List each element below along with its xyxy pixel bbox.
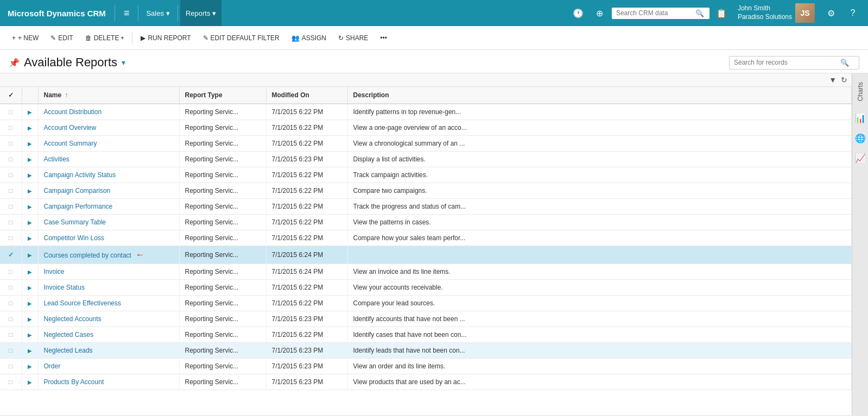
row-check-cell[interactable]: □ [0,167,22,183]
row-check-cell[interactable]: □ [0,136,22,152]
row-checkbox[interactable]: □ [9,155,12,163]
help-icon-btn[interactable]: ? [843,3,863,23]
col-name[interactable]: Name ↑ [38,87,179,104]
expand-icon[interactable]: ▶ [28,172,32,178]
row-check-cell[interactable]: □ [0,120,22,136]
row-name-link[interactable]: Order [44,362,61,370]
row-expand-cell[interactable]: ▶ [22,230,38,246]
charts-label[interactable]: Charts [857,78,864,105]
row-check-cell[interactable]: □ [0,215,22,230]
row-expand-cell[interactable]: ▶ [22,311,38,327]
row-check-cell[interactable]: □ [0,311,22,327]
search-records-input[interactable] [734,59,837,66]
row-name-link[interactable]: Neglected Cases [44,331,93,338]
select-all-checkbox[interactable]: ✓ [8,91,14,99]
globe-icon[interactable]: 🌐 [853,131,868,146]
row-name-link[interactable]: Account Distribution [44,108,102,116]
row-expand-cell[interactable]: ▶ [22,246,38,264]
page-title-dropdown-icon[interactable]: ▾ [122,58,125,67]
row-expand-cell[interactable]: ▶ [22,374,38,390]
row-expand-cell[interactable]: ▶ [22,296,38,311]
row-checkbox[interactable]: □ [9,362,12,370]
expand-icon[interactable]: ▶ [28,141,32,147]
col-modified-on[interactable]: Modified On [266,87,347,104]
top-search-input[interactable] [616,9,692,17]
row-name-link[interactable]: Account Summary [44,140,97,147]
hamburger-menu[interactable]: ≡ [117,8,136,19]
filter-icon[interactable]: ▼ [829,76,837,84]
dashboard-icon-btn[interactable]: 📋 [712,3,731,23]
nav-sales[interactable]: Sales ▾ [141,0,175,26]
row-name-link[interactable]: Case Summary Table [44,218,106,226]
row-check-cell[interactable]: □ [0,230,22,246]
row-expand-cell[interactable]: ▶ [22,280,38,296]
line-chart-icon[interactable]: 📈 [853,151,868,166]
row-expand-cell[interactable]: ▶ [22,199,38,215]
assign-button[interactable]: 👥 ASSIGN [286,31,332,45]
row-name-link[interactable]: Invoice Status [44,284,85,291]
row-checkbox[interactable]: □ [9,234,12,242]
expand-icon[interactable]: ▶ [28,285,32,291]
expand-icon[interactable]: ▶ [28,204,32,210]
expand-icon[interactable]: ▶ [28,332,32,338]
run-report-button[interactable]: ▶ RUN REPORT [135,31,196,45]
row-check-cell[interactable]: □ [0,296,22,311]
edit-filter-button[interactable]: ✎ EDIT DEFAULT FILTER [198,31,285,45]
row-name-link[interactable]: Account Overview [44,124,97,131]
expand-icon[interactable]: ▶ [28,125,32,131]
row-checkbox[interactable]: □ [9,108,12,116]
row-check-cell[interactable]: ✓ [0,246,22,264]
row-checkbox[interactable]: □ [9,218,12,226]
row-check-cell[interactable]: □ [0,343,22,359]
row-checkbox[interactable]: □ [9,187,12,195]
row-check-cell[interactable]: □ [0,264,22,280]
row-checkbox[interactable]: □ [9,124,12,131]
row-checkbox[interactable]: □ [9,331,12,338]
refresh-icon[interactable]: ↻ [841,76,847,84]
row-checkbox[interactable]: □ [9,347,12,354]
row-expand-cell[interactable]: ▶ [22,359,38,374]
expand-icon[interactable]: ▶ [28,316,32,322]
row-expand-cell[interactable]: ▶ [22,136,38,152]
expand-icon[interactable]: ▶ [28,109,32,115]
user-profile[interactable]: John Smith Paradiso Solutions JS [733,3,819,23]
expand-icon[interactable]: ▶ [28,363,32,369]
row-check-cell[interactable]: □ [0,359,22,374]
settings-icon-btn[interactable]: ⚙ [821,3,841,23]
row-expand-cell[interactable]: ▶ [22,104,38,120]
row-name-link[interactable]: Lead Source Effectiveness [44,299,122,307]
row-expand-cell[interactable]: ▶ [22,264,38,280]
row-name-link[interactable]: Competitor Win Loss [44,234,104,242]
row-checkbox[interactable]: □ [9,284,12,291]
col-description[interactable]: Description [347,87,852,104]
create-icon-btn[interactable]: ⊕ [590,3,610,23]
row-check-cell[interactable]: □ [0,104,22,120]
col-report-type[interactable]: Report Type [179,87,266,104]
row-name-link[interactable]: Campaign Comparison [44,187,111,195]
expand-icon[interactable]: ▶ [28,300,32,306]
row-checkbox[interactable]: □ [9,140,12,147]
row-check-cell[interactable]: □ [0,280,22,296]
row-checkbox[interactable]: □ [9,315,12,323]
edit-button[interactable]: ✎ EDIT [45,31,78,45]
row-expand-cell[interactable]: ▶ [22,327,38,343]
row-name-link[interactable]: Campaign Performance [44,203,113,210]
row-check-cell[interactable]: □ [0,374,22,390]
expand-icon[interactable]: ▶ [28,235,32,241]
row-expand-cell[interactable]: ▶ [22,167,38,183]
row-check-cell[interactable]: □ [0,199,22,215]
expand-icon[interactable]: ▶ [28,220,32,225]
expand-icon[interactable]: ▶ [28,252,32,258]
expand-icon[interactable]: ▶ [28,269,32,275]
row-expand-cell[interactable]: ▶ [22,183,38,199]
row-name-link[interactable]: Activities [44,155,69,163]
row-checkbox[interactable]: □ [9,268,12,275]
row-name-link[interactable]: Products By Account [44,378,104,386]
pin-icon[interactable]: 📌 [9,58,20,68]
bar-chart-icon[interactable]: 📊 [853,111,868,126]
row-checkbox[interactable]: □ [9,171,12,179]
row-checkbox[interactable]: □ [9,378,12,386]
expand-icon[interactable]: ▶ [28,348,32,354]
row-check-cell[interactable]: □ [0,327,22,343]
nav-reports[interactable]: Reports ▾ [180,0,222,26]
